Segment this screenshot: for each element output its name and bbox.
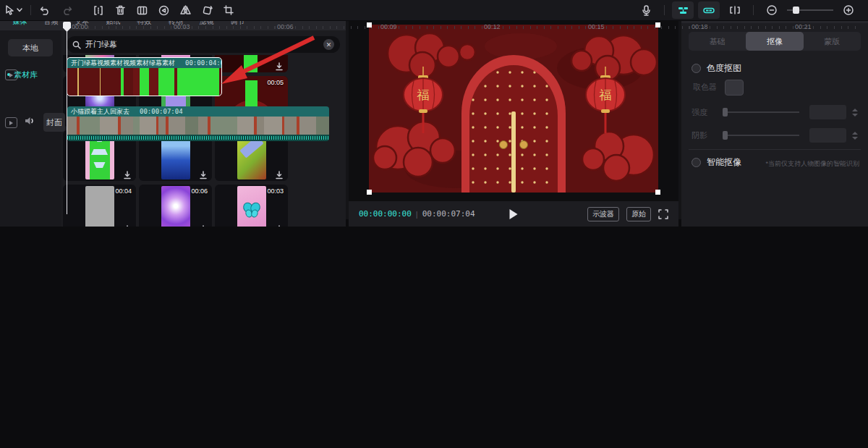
video-preview[interactable]: 福 福 bbox=[369, 25, 658, 193]
original-ratio-button[interactable]: 原始 bbox=[626, 207, 651, 221]
oscilloscope-button[interactable]: 示波器 bbox=[587, 207, 619, 221]
strength-stepper[interactable] bbox=[852, 109, 858, 117]
undo-button[interactable] bbox=[34, 1, 56, 19]
transform-handle[interactable] bbox=[367, 22, 372, 28]
magnet-icon bbox=[678, 6, 689, 15]
checkbox[interactable] bbox=[692, 158, 701, 167]
clip-cat-video[interactable]: 小猫跟着主人回家去 00:00:07:04 bbox=[67, 106, 329, 141]
rotate-icon bbox=[202, 5, 213, 16]
thumbnail bbox=[237, 186, 266, 227]
slider-handle[interactable] bbox=[723, 108, 728, 117]
clip-filmstrip bbox=[67, 117, 329, 135]
cover-button[interactable]: 封面 bbox=[43, 113, 65, 132]
divider bbox=[664, 5, 665, 15]
clip-header: 小猫跟着主人回家去 00:00:07:04 bbox=[67, 106, 329, 117]
strength-value[interactable] bbox=[809, 105, 846, 119]
download-icon[interactable] bbox=[275, 169, 284, 178]
search-value: 开门绿幕 bbox=[85, 39, 117, 50]
redo-button[interactable] bbox=[56, 1, 77, 19]
overlay-track-icon[interactable] bbox=[5, 69, 17, 80]
timeline-toolbar bbox=[0, 0, 868, 21]
main-track-icon[interactable] bbox=[5, 117, 17, 128]
clear-search-icon[interactable]: ✕ bbox=[323, 39, 334, 50]
chevron-down-icon bbox=[17, 8, 22, 12]
rotate-button[interactable] bbox=[196, 1, 218, 19]
library-item[interactable]: 00:03 bbox=[215, 185, 288, 227]
checkbox[interactable] bbox=[692, 64, 701, 73]
download-icon[interactable] bbox=[275, 61, 284, 69]
link-icon bbox=[703, 7, 715, 14]
download-icon[interactable] bbox=[199, 224, 208, 227]
freeze-icon bbox=[137, 6, 148, 15]
select-cursor-icon bbox=[5, 5, 14, 15]
shadow-slider[interactable] bbox=[723, 135, 799, 136]
smart-keying-hint: *当前仅支持人物图像的智能识别 bbox=[765, 159, 859, 169]
freeze-frame-button[interactable] bbox=[131, 1, 153, 19]
zoom-out-icon[interactable] bbox=[761, 1, 783, 19]
speaker-icon[interactable] bbox=[24, 116, 35, 126]
split-button[interactable] bbox=[88, 1, 109, 19]
mic-icon bbox=[642, 5, 650, 16]
library-item[interactable] bbox=[215, 55, 288, 72]
library-item[interactable]: 00:06 bbox=[139, 185, 212, 227]
preview-axis-icon bbox=[729, 6, 741, 14]
download-icon[interactable] bbox=[123, 224, 132, 227]
undo-icon bbox=[40, 6, 51, 15]
mirror-button[interactable] bbox=[174, 1, 196, 19]
player-controls: 00:00:00:00 | 00:00:07:04 示波器 原始 bbox=[349, 201, 678, 227]
shadow-row: 阴影 bbox=[692, 129, 858, 142]
local-tab[interactable]: 本地 bbox=[8, 39, 53, 56]
preview-frame-graphic: 福 福 bbox=[369, 25, 658, 193]
main-track-magnet-toggle[interactable] bbox=[672, 1, 694, 19]
lantern-fu-char: 福 bbox=[599, 88, 612, 102]
delete-button[interactable] bbox=[109, 1, 131, 19]
preview-axis-toggle[interactable] bbox=[724, 1, 746, 19]
playhead-line[interactable] bbox=[67, 22, 67, 214]
record-voiceover-button[interactable] bbox=[635, 1, 657, 19]
thumbnail bbox=[85, 186, 114, 227]
select-tool-button[interactable] bbox=[0, 1, 27, 19]
chroma-key-toggle[interactable]: 色度抠图 bbox=[692, 62, 741, 75]
download-icon[interactable] bbox=[275, 224, 284, 227]
zoom-in-icon[interactable] bbox=[838, 1, 859, 19]
player-stage: 福 福 bbox=[349, 20, 678, 201]
smart-keying-toggle[interactable]: 智能抠像 bbox=[692, 156, 741, 169]
crop-button[interactable] bbox=[218, 1, 239, 19]
zoom-slider[interactable] bbox=[787, 5, 833, 15]
play-icon[interactable] bbox=[510, 209, 518, 219]
shadow-value[interactable] bbox=[809, 128, 846, 143]
library-item[interactable]: 00:04 bbox=[63, 185, 136, 227]
clip-header: 开门绿幕视频素材视频素材绿幕素材 00:00:04:04 bbox=[67, 58, 221, 68]
fullscreen-icon[interactable] bbox=[658, 209, 668, 219]
search-icon bbox=[72, 41, 81, 49]
download-icon[interactable] bbox=[199, 169, 208, 178]
color-picker-swatch[interactable] bbox=[725, 80, 744, 96]
reverse-button[interactable] bbox=[153, 1, 174, 19]
total-duration: 00:00:07:04 bbox=[422, 209, 475, 219]
divider bbox=[30, 5, 31, 15]
strength-slider[interactable] bbox=[723, 111, 799, 113]
transform-handle[interactable] bbox=[655, 22, 660, 28]
audio-waveform bbox=[67, 135, 329, 141]
clip-filmstrip bbox=[67, 68, 221, 96]
mirror-icon bbox=[179, 5, 192, 15]
auto-snap-toggle[interactable] bbox=[698, 1, 720, 19]
clip-greenscreen[interactable]: 开门绿幕视频素材视频素材绿幕素材 00:00:04:04 bbox=[67, 58, 221, 96]
lantern-fu-char: 福 bbox=[417, 88, 430, 102]
butterfly-graphic bbox=[242, 202, 261, 218]
shadow-stepper[interactable] bbox=[852, 132, 858, 140]
transform-handle[interactable] bbox=[367, 190, 372, 195]
app-window: 媒体 音频 TI 文本 贴纸 特效 转场 bbox=[0, 0, 868, 448]
timeline-ruler[interactable]: 00:00 00:03 00:06 00:09 00:12 00:15 00:1… bbox=[0, 22, 868, 35]
crop-icon bbox=[224, 5, 234, 15]
transform-handle[interactable] bbox=[655, 190, 660, 195]
search-input[interactable]: 开门绿幕 ✕ bbox=[67, 36, 340, 53]
download-icon[interactable] bbox=[123, 169, 132, 178]
divider bbox=[753, 5, 754, 15]
color-picker-label: 取色器 bbox=[693, 82, 717, 93]
current-time: 00:00:00:00 bbox=[359, 209, 412, 219]
split-icon bbox=[93, 6, 103, 15]
zoom-slider-handle[interactable] bbox=[793, 7, 799, 14]
reverse-icon bbox=[158, 5, 169, 16]
slider-handle[interactable] bbox=[723, 131, 728, 140]
